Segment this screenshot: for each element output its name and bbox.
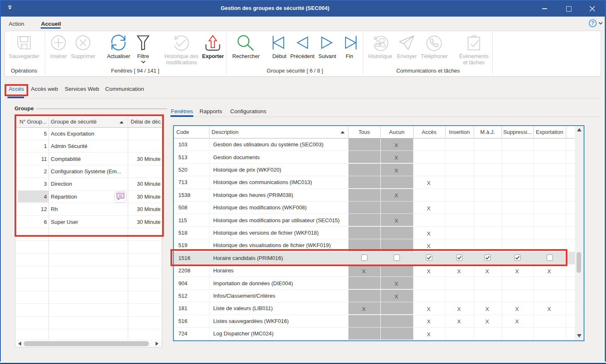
svg-text:?: ?	[591, 20, 594, 26]
